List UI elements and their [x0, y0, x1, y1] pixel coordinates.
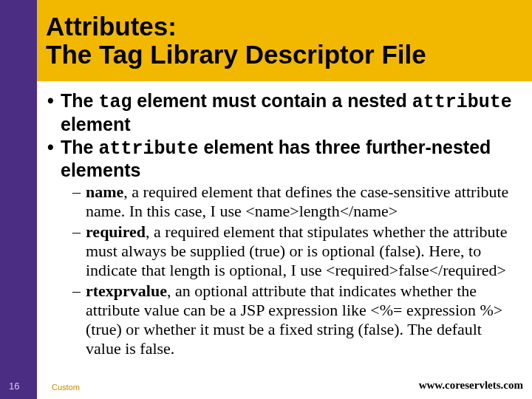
content-area: The tag element must contain a nested at…: [37, 84, 525, 399]
bullet-item: The tag element must contain a nested at…: [44, 90, 519, 135]
bullet-item: The attribute element has three further-…: [44, 137, 519, 182]
sub-bullet-item: required, a required element that stipul…: [44, 222, 519, 280]
term: name: [86, 183, 123, 201]
sub-bullet-item: rtexprvalue, an optional attribute that …: [44, 282, 519, 358]
code-text: attribute: [98, 138, 198, 160]
text: element must contain a nested: [132, 90, 412, 111]
text: The: [61, 137, 98, 157]
left-accent-bar: [0, 0, 37, 399]
text: element: [61, 114, 130, 134]
title-line-1: Attributes:: [46, 12, 177, 41]
slide-title: Attributes: The Tag Library Descriptor F…: [46, 13, 426, 69]
text: , a required element that defines the ca…: [86, 183, 508, 220]
text: The: [61, 90, 98, 111]
title-band: Attributes: The Tag Library Descriptor F…: [37, 0, 532, 81]
code-text: tag: [98, 92, 132, 113]
code-text: attribute: [412, 92, 512, 113]
term: rtexprvalue: [86, 282, 167, 300]
text: , a required element that stipulates whe…: [86, 222, 507, 279]
sub-bullet-item: name, a required element that defines th…: [44, 183, 519, 221]
slide: Attributes: The Tag Library Descriptor F…: [0, 0, 532, 399]
title-line-2: The Tag Library Descriptor File: [46, 40, 426, 69]
footer-custom-label: Custom: [52, 383, 80, 392]
page-number: 16: [9, 381, 19, 392]
term: required: [86, 222, 146, 241]
footer-site: www.coreservlets.com: [419, 379, 523, 392]
